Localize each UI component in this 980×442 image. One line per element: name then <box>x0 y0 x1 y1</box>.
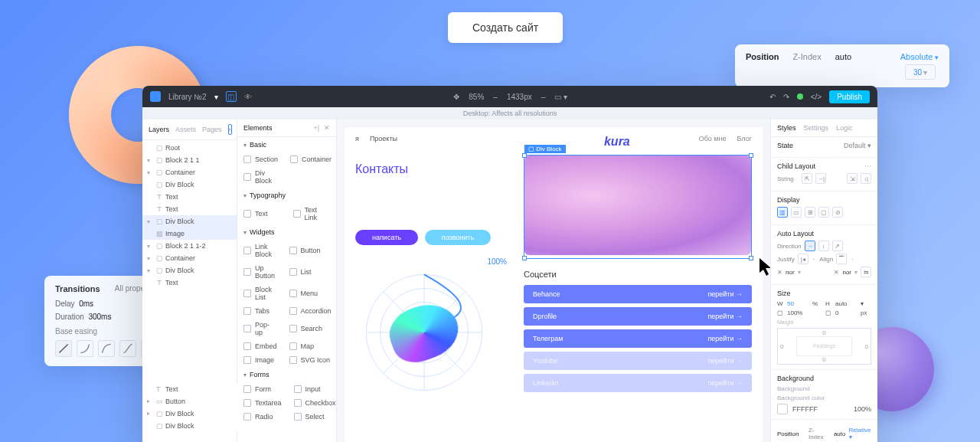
close-icon[interactable]: ✕ <box>324 124 330 132</box>
state-value-dropdown[interactable]: Default ▾ <box>844 142 871 149</box>
tree-row[interactable]: ▾▢Div Block <box>142 264 237 277</box>
element-item[interactable]: Select <box>288 410 342 424</box>
element-item[interactable]: Checkbox <box>288 396 342 410</box>
element-item[interactable]: Map <box>283 339 338 353</box>
write-button[interactable]: написать <box>355 230 418 245</box>
position-dropdown[interactable]: Relative ▾ <box>849 427 872 440</box>
call-button[interactable]: позвонить <box>425 230 491 245</box>
margin-box[interactable]: 00 00 Paddings <box>777 328 871 365</box>
curve-ease-in-out[interactable] <box>119 340 136 357</box>
dir-row[interactable]: → <box>805 241 815 251</box>
publish-button[interactable]: Publish <box>829 90 870 103</box>
tree-row[interactable]: TText <box>142 277 237 289</box>
tab-pages[interactable]: Pages <box>202 126 222 133</box>
tree-row[interactable]: ▾▢Container <box>142 166 237 178</box>
element-item[interactable]: List <box>283 261 338 283</box>
social-link[interactable]: Linkedinперейти <box>524 374 752 392</box>
selection-tool-icon[interactable]: ◫ <box>226 91 237 102</box>
tab-logic[interactable]: Logic <box>836 124 853 132</box>
nav-item[interactable]: Обо мне <box>699 135 727 149</box>
justify-start[interactable]: |◂ <box>798 254 808 264</box>
device-icon[interactable]: ▭ ▾ <box>554 93 567 101</box>
tab-settings[interactable]: Settings <box>804 124 829 132</box>
tree-row[interactable]: TText <box>142 203 237 215</box>
tree-row[interactable]: TText <box>142 191 237 203</box>
dir-rev[interactable]: ↗ <box>832 241 843 251</box>
drag-icon[interactable]: ✥ <box>453 93 459 101</box>
canvas[interactable]: я Проекты kura Обо мне Блог Контакты нап… <box>337 120 770 442</box>
social-link[interactable]: Behanceперейти <box>524 285 752 303</box>
element-item[interactable]: Text Link <box>287 203 337 224</box>
zoom-value[interactable]: 85% <box>469 93 484 101</box>
tab-layers[interactable]: Layers <box>149 126 169 133</box>
tab-styles[interactable]: Styles <box>777 124 796 132</box>
element-category[interactable]: ▾Basic <box>237 137 336 152</box>
nav-item[interactable]: Проекты <box>370 135 397 149</box>
element-category[interactable]: ▾Forms <box>237 367 336 382</box>
element-category[interactable]: ▾Typography <box>237 188 336 203</box>
display-block[interactable]: ▥ <box>777 207 788 218</box>
tree-row[interactable]: ▢Root <box>142 142 237 154</box>
add-icon[interactable]: +| <box>313 124 319 132</box>
element-item[interactable]: Textarea <box>237 396 288 410</box>
element-item[interactable]: Link Block <box>237 240 283 261</box>
curve-linear[interactable] <box>55 340 72 357</box>
color-swatch[interactable] <box>777 404 788 414</box>
library-name[interactable]: Library №2 <box>168 93 207 101</box>
element-item[interactable]: Container <box>284 152 338 166</box>
tree-row[interactable]: ▾▢Container <box>142 252 237 264</box>
code-icon[interactable]: </> <box>811 93 822 101</box>
selected-div-block[interactable]: ▢ Div Block <box>524 155 752 259</box>
element-item[interactable]: Pop-up <box>237 318 283 339</box>
create-site-button[interactable]: Создать сайт <box>448 12 563 43</box>
wrap-btn[interactable]: ⇆ <box>861 267 871 277</box>
social-link[interactable]: Телеграмперейти <box>524 329 752 348</box>
element-item[interactable]: SVG Icon <box>283 353 338 367</box>
sizing-btn[interactable]: ⇱ <box>802 173 812 184</box>
redo-icon[interactable]: ↷ <box>783 93 789 101</box>
height-input[interactable]: auto <box>835 300 858 307</box>
nav-item[interactable]: я <box>355 135 359 149</box>
element-item[interactable]: Image <box>237 353 283 367</box>
app-logo[interactable] <box>150 91 161 102</box>
display-inline[interactable]: ▢ <box>818 207 829 218</box>
tab-assets[interactable]: Assets <box>175 126 196 133</box>
position-value-dropdown[interactable]: Absolute <box>900 52 939 61</box>
tree-row[interactable]: ▾▢Block 2 1 1-2 <box>142 240 237 252</box>
curve-ease-in[interactable] <box>77 340 93 357</box>
element-item[interactable]: Div Block <box>237 166 284 188</box>
mini-value-input[interactable]: 30▾ <box>905 64 936 80</box>
element-item[interactable]: Input <box>288 382 342 396</box>
display-grid[interactable]: ⊞ <box>805 207 815 218</box>
element-item[interactable]: Embed <box>237 339 283 353</box>
panel-toggle-icon[interactable]: › <box>228 124 232 135</box>
display-none[interactable]: ⊘ <box>832 207 843 218</box>
tree-row[interactable]: ▾▢Div Block <box>142 215 237 228</box>
element-item[interactable]: Radio <box>237 410 288 424</box>
element-item[interactable]: Block List <box>237 283 283 304</box>
eye-icon[interactable]: 👁 <box>244 93 252 101</box>
element-item[interactable]: Tabs <box>237 304 283 318</box>
tree-row[interactable]: ▧Image <box>142 228 237 240</box>
sizing-btn[interactable]: →| <box>815 173 826 184</box>
align-start[interactable]: ▔ <box>836 254 847 264</box>
bg-hex-input[interactable]: FFFFFF <box>792 405 818 413</box>
tree-row[interactable]: ▢Div Block <box>142 420 237 432</box>
element-item[interactable]: Up Button <box>237 261 283 283</box>
width-value[interactable]: 1433px <box>507 93 532 101</box>
social-link[interactable]: Youtubeперейти <box>524 352 752 370</box>
element-item[interactable]: Button <box>283 240 338 261</box>
sizing-btn[interactable]: ↓| <box>861 173 871 184</box>
sizing-btn[interactable]: ⇲ <box>847 173 858 184</box>
element-item[interactable]: Menu <box>283 283 338 304</box>
element-item[interactable]: Form <box>237 382 288 396</box>
element-item[interactable]: Section <box>237 152 284 166</box>
element-item[interactable]: Text <box>237 203 287 224</box>
width-input[interactable]: 50 <box>787 300 810 307</box>
tree-row[interactable]: ▸▭Button <box>142 395 237 408</box>
display-flex[interactable]: ▭ <box>791 207 802 218</box>
tree-row[interactable]: ▸▢Div Block <box>142 408 237 420</box>
element-category[interactable]: ▾Widgets <box>237 224 336 240</box>
curve-ease-out[interactable] <box>98 340 115 357</box>
tree-row[interactable]: ▾▢Block 2 1 1 <box>142 154 237 166</box>
